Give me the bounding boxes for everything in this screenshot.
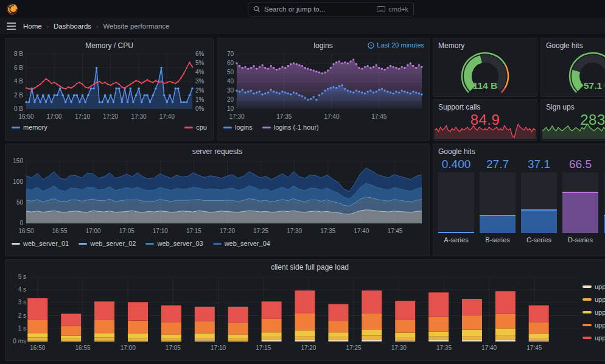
legend-item-web_server_01[interactable]: web_server_01 <box>12 240 69 247</box>
panel-logins: logins Last 20 minutes 17:3017:3517:4017… <box>217 38 430 141</box>
svg-text:50: 50 <box>227 69 234 75</box>
top-nav: Search or jump to... cmd+k <box>0 0 605 18</box>
svg-text:57.1: 57.1 <box>584 80 603 91</box>
bar-gauge-C-series: 37.1C-series <box>521 158 557 246</box>
support-calls-sparkline <box>435 121 536 139</box>
sparkline <box>542 121 605 139</box>
svg-text:17:10: 17:10 <box>211 345 226 351</box>
bar-gauge-D-series: 66.5D-series <box>562 158 598 246</box>
svg-text:3 s: 3 s <box>18 299 26 306</box>
svg-text:40: 40 <box>227 78 234 85</box>
svg-text:3%: 3% <box>195 78 205 85</box>
breadcrumb-dashboards[interactable]: Dashboards <box>54 23 91 30</box>
server-requests-plot: 16:5016:5517:0017:0517:1017:1517:2017:25… <box>10 156 425 239</box>
panel-page-load: client side full page load 16:5016:5517:… <box>5 259 605 361</box>
svg-text:17:30: 17:30 <box>229 113 244 120</box>
svg-text:1 s: 1 s <box>18 325 26 332</box>
sign-ups-sparkline <box>542 121 605 139</box>
svg-text:4%: 4% <box>195 69 205 75</box>
bar-gauge-B-series: 27.7B-series <box>480 158 516 246</box>
memory-cpu-plot: 16:5017:0017:1017:2017:3017:400 B2 B4 B6… <box>10 51 209 122</box>
panel-title[interactable]: Sign ups <box>541 100 605 112</box>
svg-text:0 ms: 0 ms <box>13 338 26 345</box>
memory-cpu-chart[interactable]: 16:5017:0017:1017:2017:3017:400 B2 B4 B6… <box>5 51 213 122</box>
svg-text:2%: 2% <box>195 87 205 94</box>
panel-title[interactable]: Memory / CPU <box>5 38 213 51</box>
svg-text:50: 50 <box>16 199 24 206</box>
breadcrumb: Home › Dashboards › Website performance <box>23 23 169 30</box>
server-requests-chart[interactable]: 16:5016:5517:0017:0517:1017:1517:2017:25… <box>5 156 429 239</box>
panel-title[interactable]: Google hits <box>433 144 605 156</box>
bar-fill <box>438 232 474 233</box>
svg-text:17:35: 17:35 <box>276 113 292 120</box>
svg-text:2 s: 2 s <box>18 312 26 319</box>
svg-text:17:20: 17:20 <box>103 113 118 120</box>
search-input[interactable]: Search or jump to... cmd+k <box>248 2 414 16</box>
breadcrumb-current: Website performance <box>103 23 169 30</box>
legend-item-upper_75[interactable]: upper_75 <box>582 309 605 316</box>
svg-text:17:35: 17:35 <box>436 345 452 351</box>
pageload-bar <box>529 306 549 341</box>
bar-label: D-series <box>562 233 598 246</box>
svg-text:0: 0 <box>19 220 23 226</box>
bar-label: A-series <box>438 233 474 246</box>
legend-item-upper_50[interactable]: upper_50 <box>582 296 605 303</box>
legend-item-logins (-1 hour)[interactable]: logins (-1 hour) <box>262 124 319 131</box>
panel-title[interactable]: client side full page load <box>5 260 605 272</box>
svg-text:4 B: 4 B <box>14 78 23 85</box>
page-load-chart[interactable]: 16:5016:5517:0017:0517:1017:1517:2017:25… <box>5 272 605 357</box>
cpu-series <box>26 61 193 90</box>
legend-item-memory[interactable]: memory <box>12 124 47 131</box>
menu-toggle-icon[interactable] <box>7 23 16 30</box>
breadcrumb-home[interactable]: Home <box>23 23 42 30</box>
legend-item-upper_90[interactable]: upper_90 <box>582 321 605 329</box>
legend-item-web_server_03[interactable]: web_server_03 <box>145 240 203 247</box>
legend-item-logins[interactable]: logins <box>223 124 253 131</box>
bar-value: 27.7 <box>480 158 516 172</box>
svg-text:30: 30 <box>227 87 234 94</box>
google-hits-gauge: 57.1 <box>541 51 605 97</box>
dashboard-canvas: Memory / CPU 16:5017:0017:1017:2017:3017… <box>0 34 605 364</box>
svg-text:17:00: 17:00 <box>47 113 62 120</box>
svg-text:17:00: 17:00 <box>86 228 101 234</box>
svg-text:17:30: 17:30 <box>287 228 302 234</box>
google-hits-bar-gauge: 0.400A-series27.7B-series37.1C-series66.… <box>433 156 605 250</box>
search-placeholder: Search or jump to... <box>264 5 325 13</box>
svg-text:17:05: 17:05 <box>119 228 135 234</box>
panel-title[interactable]: server requests <box>5 144 429 156</box>
panel-title[interactable]: Support calls <box>433 100 537 112</box>
bar-label: B-series <box>480 233 516 246</box>
panel-google-hits-gauge: Google hits 57.1 <box>540 38 605 97</box>
chevron-right-icon: › <box>47 23 49 30</box>
pageload-bar <box>295 290 315 341</box>
logins-chart[interactable]: 17:3017:3517:4017:4510203040506070 <box>217 51 429 122</box>
legend-item-upper_95[interactable]: upper_95 <box>582 334 605 341</box>
panel-title[interactable]: Google hits <box>541 38 605 51</box>
pageload-bar <box>27 298 47 341</box>
svg-text:60: 60 <box>227 60 234 66</box>
svg-text:5 s: 5 s <box>18 273 26 280</box>
pageload-bar <box>161 306 181 341</box>
logins-plot: 17:3017:3517:4017:4510203040506070 <box>222 51 425 122</box>
legend-item-web_server_04[interactable]: web_server_04 <box>213 240 270 247</box>
legend-item-upper_25[interactable]: upper_25 <box>582 283 605 290</box>
pageload-bar <box>428 292 449 341</box>
svg-text:150: 150 <box>13 158 23 164</box>
pageload-bar <box>128 302 148 341</box>
svg-text:17:05: 17:05 <box>166 345 181 351</box>
panel-title[interactable]: Memory <box>433 38 537 51</box>
svg-text:17:40: 17:40 <box>159 113 175 120</box>
pageload-bar <box>495 291 516 341</box>
pageload-bar <box>228 307 248 341</box>
grafana-logo[interactable] <box>5 2 19 16</box>
legend-item-cpu[interactable]: cpu <box>184 124 207 131</box>
svg-text:16:55: 16:55 <box>75 345 91 351</box>
legend-item-web_server_02[interactable]: web_server_02 <box>79 240 136 247</box>
sparkline <box>435 121 536 139</box>
svg-text:16:50: 16:50 <box>18 228 33 234</box>
svg-text:17:35: 17:35 <box>320 228 335 234</box>
time-shift-link[interactable]: Last 20 minutes <box>368 41 424 49</box>
bar-fill <box>521 209 557 233</box>
svg-text:17:40: 17:40 <box>324 113 339 120</box>
pageload-bar <box>195 307 215 341</box>
